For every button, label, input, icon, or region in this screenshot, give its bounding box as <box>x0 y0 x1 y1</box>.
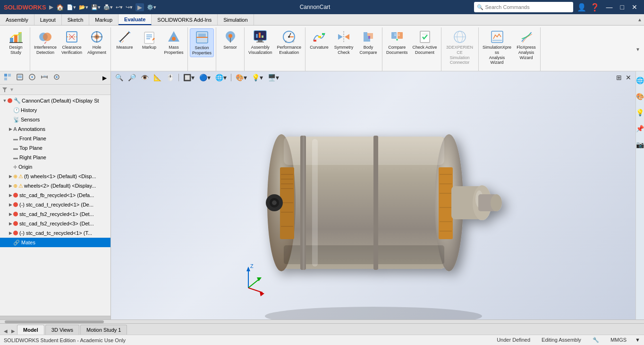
sidebar-display-manager-btn[interactable] <box>51 72 62 83</box>
display-style-btn[interactable]: 🎨▾ <box>234 73 248 82</box>
sensor-button[interactable]: Sensor <box>219 28 242 51</box>
check-active-document-button[interactable]: Check ActiveDocument <box>411 28 439 56</box>
print-btn[interactable]: 🖨️▾ <box>103 4 113 10</box>
open-btn[interactable]: 📂▾ <box>79 4 88 10</box>
tab-sketch[interactable]: Sketch <box>62 14 90 25</box>
rs-camera-btn[interactable]: 📷 <box>636 138 644 152</box>
sidebar-feature-tree-btn[interactable] <box>2 72 13 83</box>
stc-fb1-expander[interactable]: ▶ <box>8 192 13 198</box>
sidebar-dimxpert-btn[interactable]: dim <box>39 72 50 83</box>
minimize-button[interactable]: — <box>603 2 616 12</box>
tree-item-origin[interactable]: ✛ Origin <box>0 162 110 172</box>
performance-evaluation-button[interactable]: E F PerformanceEvaluation <box>275 28 303 56</box>
tree-item-stc-fs3[interactable]: ▶ stc_cad_fs2_recycled<3> (Det... <box>0 219 110 228</box>
sidebar-config-manager-btn[interactable] <box>26 72 38 83</box>
sidebar-property-manager-btn[interactable] <box>14 72 25 83</box>
tree-item-stc-fb1[interactable]: ▶ stc_cad_fb_recycled<1> (Defa... <box>0 190 110 200</box>
rs-scene-btn[interactable]: 💡 <box>636 105 644 120</box>
maximize-button[interactable]: □ <box>618 2 627 12</box>
assembly-visualization-button[interactable]: AssemblyVisualization <box>246 28 274 56</box>
view-previous-btn[interactable]: 👁️ <box>139 73 150 82</box>
tree-item-top-plane[interactable]: ▬ Top Plane <box>0 143 110 153</box>
rs-decals-btn[interactable]: 📌 <box>636 121 644 136</box>
home-icon[interactable]: 🏠 <box>56 4 64 11</box>
dynamic-view-btn[interactable]: 🖱️ <box>165 73 176 82</box>
save-btn[interactable]: 💾▾ <box>91 4 101 10</box>
tree-item-stc-fs1[interactable]: ▶ stc_cad_fs2_recycled<1> (Det... <box>0 209 110 219</box>
interference-detection-button[interactable]: ✓ InterferenceDetection <box>32 28 59 56</box>
tree-item-stc-tc1[interactable]: ▶ (-) stc_cad_tc_recycled<1> (T... <box>0 228 110 238</box>
body-compare-button[interactable]: BodyCompare <box>356 28 380 56</box>
zoom-to-fit-btn[interactable]: 🔍 <box>114 73 125 82</box>
symmetry-check-button[interactable]: SymmetryCheck <box>332 28 356 56</box>
tab-3d-views[interactable]: 3D Views <box>45 325 79 335</box>
close-view-btn[interactable]: ✕ <box>624 73 633 82</box>
view-orientation-btn[interactable]: 🔵▾ <box>198 73 212 82</box>
display-manager-btn[interactable]: 🖥️▾ <box>266 73 280 82</box>
tab-evaluate[interactable]: Evaluate <box>119 14 152 25</box>
tree-item-root[interactable]: ▼ 🔧 CannonCart (Default) <Display St <box>0 96 110 105</box>
tree-item-history[interactable]: 🕐 History <box>0 105 110 115</box>
tree-item-wheels2[interactable]: ▶ ⊕ ⚠ wheels<2> (Default) <Display... <box>0 181 110 190</box>
wheels2-expander[interactable]: ▶ <box>8 183 13 189</box>
help-icon[interactable]: ❓ <box>590 3 600 12</box>
clearance-verification-button[interactable]: ClearanceVerification <box>59 28 84 56</box>
tree-item-sensors[interactable]: 📡 Sensors <box>0 115 110 124</box>
floxpress-wizard-button[interactable]: FloXpressAnalysisWizard <box>515 28 538 61</box>
split-view-btn[interactable]: ⊞ <box>615 73 623 82</box>
curvature-button[interactable]: Curvature <box>307 28 331 51</box>
close-button[interactable]: ✕ <box>629 2 640 12</box>
standard-views-btn[interactable]: 🔲▾ <box>182 73 196 82</box>
h-scrollbar[interactable] <box>0 319 644 323</box>
measure-button[interactable]: Measure <box>113 28 136 51</box>
tab-model[interactable]: Model <box>17 325 44 335</box>
simulationxpress-wizard-button[interactable]: SimulationXpressAnalysis Wizard <box>481 28 514 66</box>
mass-properties-button[interactable]: MassProperties <box>162 28 186 56</box>
tree-item-right-plane[interactable]: ▬ Right Plane <box>0 153 110 162</box>
statusbar-units[interactable]: MMGS <box>608 337 629 343</box>
stc-t1-expander[interactable]: ▶ <box>8 202 13 207</box>
wheels1-expander[interactable]: ▶ <box>8 173 13 179</box>
rs-view-orientation-btn[interactable]: 🌐 <box>636 73 644 87</box>
tree-item-wheels1[interactable]: ▶ ⊕ ⚠ (f) wheels<1> (Default) <Disp... <box>0 172 110 181</box>
rebuild-btn[interactable]: ▶ <box>136 3 144 11</box>
tabs-scroll-left[interactable]: ◀ <box>2 328 9 335</box>
tree-item-stc-t1[interactable]: ▶ (-) stc_cad_t_recycled<1> (De... <box>0 200 110 209</box>
tab-motion-study-1[interactable]: Motion Study 1 <box>80 325 127 335</box>
tab-layout[interactable]: Layout <box>34 14 62 25</box>
stc-fs3-expander[interactable]: ▶ <box>8 221 13 226</box>
search-commands-bar[interactable]: 🔍 <box>474 2 573 12</box>
hole-alignment-button[interactable]: HoleAlignment <box>85 28 109 56</box>
stc-tc1-expander[interactable]: ▶ <box>8 230 13 236</box>
section-properties-button[interactable]: SectionProperties <box>190 28 214 57</box>
section-view-btn[interactable]: 📐 <box>152 73 163 82</box>
user-account-icon[interactable]: 👤 <box>577 3 586 12</box>
compare-documents-button[interactable]: CompareDocuments <box>384 28 410 56</box>
design-study-button[interactable]: DesignStudy <box>4 28 28 56</box>
ribbon-collapse[interactable]: ▲ <box>637 14 644 25</box>
annotations-expander[interactable]: ▶ <box>8 126 13 132</box>
options-btn[interactable]: ⚙️▾ <box>147 4 156 10</box>
hide-show-btn[interactable]: 🌐▾ <box>214 73 228 82</box>
3dexperience-connector-button[interactable]: 3DEXPERIENCESimulationConnector <box>443 28 476 66</box>
redo-btn[interactable]: ↪▾ <box>126 4 133 10</box>
tree-item-front-plane[interactable]: ▬ Front Plane <box>0 134 110 143</box>
new-btn[interactable]: 📄▾ <box>67 4 76 10</box>
tab-markup[interactable]: Markup <box>89 14 119 25</box>
statusbar-units-dropdown[interactable]: ▼ <box>635 337 640 343</box>
tree-item-mates[interactable]: 🔗 Mates <box>0 238 110 247</box>
tree-item-annotations[interactable]: ▶ A Annotations <box>0 124 110 134</box>
rs-appearance-btn[interactable]: 🎨 <box>636 89 644 104</box>
sidebar-resize-handle[interactable] <box>0 316 110 319</box>
tab-solidworks-addins[interactable]: SOLIDWORKS Add-Ins <box>152 14 218 25</box>
sidebar-more-btn[interactable]: ▶ <box>101 74 109 82</box>
tab-assembly[interactable]: Assembly <box>0 14 34 25</box>
markup-button[interactable]: Markup <box>137 28 161 51</box>
stc-fs1-expander[interactable]: ▶ <box>8 211 13 217</box>
h-scrollbar-thumb[interactable] <box>5 320 104 323</box>
zoom-in-btn[interactable]: 🔎 <box>127 73 137 82</box>
ribbon-expand-collapse[interactable]: ▼ <box>634 27 642 71</box>
tab-simulation[interactable]: Simulation <box>218 14 254 25</box>
statusbar-rebuild-icon[interactable]: 🔧 <box>590 337 602 343</box>
scene-btn[interactable]: 💡▾ <box>250 73 264 82</box>
